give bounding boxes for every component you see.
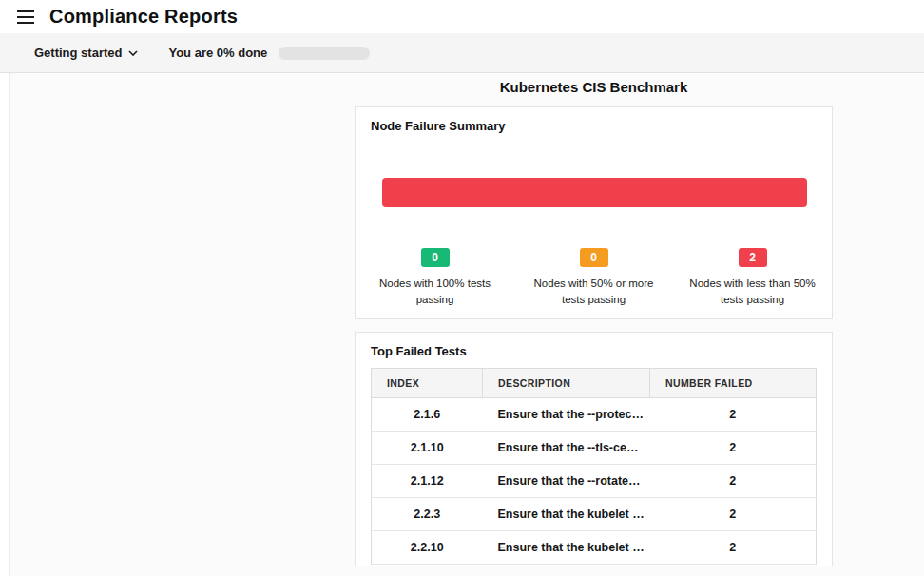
- top-failed-tests-title: Top Failed Tests: [371, 344, 817, 358]
- app-root: Compliance Reports Getting started You a…: [0, 0, 924, 576]
- stat-label: Nodes with 100% tests passing: [363, 276, 508, 307]
- cell-index: 2.1.10: [372, 432, 483, 465]
- cell-number-failed: 2: [650, 465, 817, 498]
- stat-passing-less-50: 2 Nodes with less than 50% tests passing: [673, 248, 832, 307]
- stat-badge: 0: [421, 248, 450, 267]
- stats-row: 0 Nodes with 100% tests passing 0 Nodes …: [356, 248, 832, 307]
- stat-label: Nodes with less than 50% tests passing: [681, 276, 825, 307]
- chevron-down-icon: [128, 50, 138, 56]
- main-content: Kubernetes CIS Benchmark Node Failure Su…: [0, 73, 924, 576]
- cell-description: Ensure that the kubelet …: [483, 498, 650, 531]
- stat-passing-100: 0 Nodes with 100% tests passing: [356, 248, 514, 307]
- cell-number-failed: 2: [650, 531, 817, 565]
- column-header-number-failed: Number Failed: [650, 369, 817, 398]
- cell-number-failed: 2: [650, 398, 817, 432]
- stat-badge: 2: [739, 248, 767, 267]
- cell-index: 2.1.12: [372, 465, 483, 498]
- cell-description: Ensure that the --rotate…: [483, 465, 650, 498]
- top-header: Compliance Reports: [0, 0, 924, 33]
- node-failure-summary-title: Node Failure Summary: [371, 119, 817, 133]
- stat-passing-50-or-more: 0 Nodes with 50% or more tests passing: [514, 248, 673, 307]
- failure-bar: [382, 178, 807, 207]
- report-column: Kubernetes CIS Benchmark Node Failure Su…: [355, 73, 833, 566]
- failed-tests-table: Index Description Number Failed 2.1.6 En…: [371, 368, 817, 565]
- menu-icon: [17, 10, 34, 24]
- column-header-index: Index: [372, 369, 483, 398]
- table-row: 2.1.10 Ensure that the --tls-ce… 2: [372, 432, 817, 465]
- stat-badge: 0: [580, 248, 608, 267]
- cell-index: 2.2.3: [372, 498, 483, 531]
- top-failed-tests-card: Top Failed Tests Index Description Numbe…: [355, 332, 833, 566]
- cell-description: Ensure that the --protec…: [483, 398, 650, 432]
- menu-button[interactable]: [11, 7, 40, 28]
- table-row: 2.2.10 Ensure that the kubelet … 2: [372, 531, 817, 565]
- table-row: 2.1.12 Ensure that the --rotate… 2: [372, 465, 817, 498]
- getting-started-dropdown[interactable]: Getting started: [34, 46, 138, 60]
- getting-started-label: Getting started: [34, 46, 122, 60]
- node-failure-summary-card: Node Failure Summary 0 Nodes with 100% t…: [355, 106, 833, 319]
- progress-text: You are 0% done: [168, 46, 267, 60]
- cell-index: 2.2.10: [372, 531, 483, 565]
- table-row: 2.1.6 Ensure that the --protec… 2: [372, 398, 817, 432]
- stat-label: Nodes with 50% or more tests passing: [522, 276, 666, 307]
- left-strip: [0, 73, 10, 576]
- column-header-description: Description: [483, 369, 650, 398]
- cell-description: Ensure that the kubelet …: [483, 531, 650, 565]
- benchmark-title: Kubernetes CIS Benchmark: [355, 79, 833, 95]
- table-row: 2.2.3 Ensure that the kubelet … 2: [372, 498, 817, 531]
- cell-number-failed: 2: [650, 498, 817, 531]
- page-title: Compliance Reports: [49, 6, 238, 28]
- cell-description: Ensure that the --tls-ce…: [483, 432, 650, 465]
- cell-index: 2.1.6: [372, 398, 483, 432]
- cell-number-failed: 2: [650, 432, 817, 465]
- progress-bar: [279, 47, 370, 60]
- getting-started-bar: Getting started You are 0% done: [0, 33, 924, 73]
- table-header-row: Index Description Number Failed: [372, 369, 817, 398]
